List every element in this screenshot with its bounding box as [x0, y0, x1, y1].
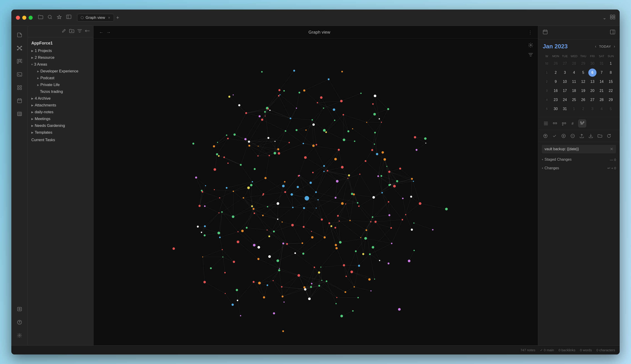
current-tasks-label[interactable]: Current Tasks — [28, 136, 93, 144]
cal-day[interactable]: 20 — [588, 87, 596, 95]
cal-day[interactable]: 27 — [588, 96, 596, 104]
sidebar-icon-calendar[interactable] — [14, 95, 25, 106]
tree-item-templates[interactable]: ▶ Templates — [28, 129, 93, 136]
tab-close-button[interactable]: ✕ — [108, 16, 110, 20]
graph-settings-icon[interactable] — [528, 42, 534, 49]
traffic-light-green[interactable] — [28, 16, 33, 20]
cal-day[interactable]: 30 — [552, 105, 560, 113]
calendar-icon[interactable] — [543, 30, 548, 36]
tree-item-attachments[interactable]: ▶ Attachments — [28, 102, 93, 109]
calendar-next-button[interactable]: › — [614, 44, 615, 49]
tree-item-needs-gardening[interactable]: ▶ Needs Gardening — [28, 122, 93, 129]
cal-day[interactable]: 31 — [561, 105, 569, 113]
cal-day[interactable]: 1 — [607, 60, 615, 68]
sidebar-icon-blocks[interactable] — [14, 82, 25, 93]
traffic-light-yellow[interactable] — [22, 16, 26, 20]
tree-item-archive[interactable]: ▶ 4 Archive — [28, 95, 93, 102]
tree-item-tezos[interactable]: Tezos trading — [28, 88, 93, 95]
graph-filter-icon[interactable] — [528, 52, 534, 59]
cal-day[interactable]: 14 — [598, 78, 606, 86]
cal-day[interactable]: 11 — [570, 78, 578, 86]
cal-day[interactable]: 2 — [579, 105, 587, 113]
cal-day[interactable]: 12 — [579, 78, 587, 86]
panel-tab-git[interactable] — [578, 119, 586, 128]
vault-root[interactable]: AppForce1 — [28, 39, 93, 48]
cal-day[interactable]: 26 — [579, 96, 587, 104]
calendar-prev-button[interactable]: ‹ — [595, 44, 596, 49]
layout-icon[interactable] — [610, 15, 615, 20]
cal-day[interactable]: 7 — [598, 68, 606, 77]
cal-day[interactable]: 5 — [607, 105, 615, 113]
toolbar-push-icon[interactable] — [542, 132, 549, 140]
cal-day[interactable]: 26 — [552, 60, 560, 68]
cal-day[interactable]: 4 — [598, 105, 606, 113]
cal-day[interactable]: 15 — [607, 78, 615, 86]
cal-day[interactable]: 16 — [552, 87, 560, 95]
cal-day[interactable]: 3 — [588, 105, 596, 113]
dropdown-icon[interactable]: ⌄ — [603, 15, 606, 20]
panel-tab-tags[interactable]: # — [569, 119, 577, 128]
cal-day[interactable]: 23 — [552, 96, 560, 104]
graph-network-canvas[interactable] — [94, 39, 538, 346]
sidebar-icon-graph[interactable] — [14, 43, 25, 54]
cal-day[interactable]: 18 — [570, 87, 578, 95]
cal-day[interactable]: 3 — [561, 68, 569, 77]
collapse-icon[interactable] — [85, 29, 90, 34]
panel-tab-links[interactable] — [551, 119, 559, 128]
tree-item-dev-exp[interactable]: ▶ Developer Experience — [28, 68, 93, 75]
tree-item-meetings[interactable]: ▶ Meetings — [28, 116, 93, 122]
panel-layout-icon[interactable] — [610, 30, 615, 36]
cal-day[interactable]: 28 — [598, 96, 606, 104]
graph-menu-button[interactable]: ⋮ — [528, 30, 532, 35]
toolbar-download-icon[interactable] — [587, 132, 594, 140]
cal-day[interactable]: 28 — [570, 60, 578, 68]
cal-day[interactable]: 13 — [588, 78, 596, 86]
new-folder-icon[interactable] — [69, 28, 74, 34]
toolbar-folder-icon[interactable] — [596, 132, 604, 140]
calendar-today-button[interactable]: TODAY — [599, 44, 611, 48]
tree-item-areas[interactable]: ▾ 3 Areas — [28, 61, 93, 68]
cal-day[interactable]: 17 — [561, 87, 569, 95]
cal-day[interactable]: 8 — [607, 68, 615, 77]
sort-icon[interactable] — [78, 29, 82, 34]
nav-back-button[interactable]: ← — [99, 30, 104, 35]
sidebar-icon-kanban[interactable] — [14, 56, 25, 67]
tree-item-resource[interactable]: ▶ 2 Resource — [28, 54, 93, 61]
panel-tab-list[interactable] — [542, 119, 550, 128]
cal-day[interactable]: 1 — [570, 105, 578, 113]
sidebar-icon-new-note[interactable] — [14, 30, 25, 40]
sidebar-toggle-icon[interactable] — [66, 15, 71, 21]
cal-day[interactable]: 9 — [552, 78, 560, 86]
cal-day[interactable]: 30 — [588, 60, 596, 68]
cal-day[interactable]: 4 — [570, 68, 578, 77]
cal-day[interactable]: 19 — [579, 87, 587, 95]
cal-day-today[interactable]: 6 — [588, 68, 596, 77]
sidebar-icon-vault[interactable] — [14, 304, 25, 314]
commit-clear-button[interactable]: ✕ — [610, 146, 613, 152]
graph-view-tab[interactable]: ⬡ Graph view ✕ — [77, 14, 114, 22]
traffic-light-red[interactable] — [16, 16, 20, 20]
tree-item-projects[interactable]: ▶ 1 Projects — [28, 48, 93, 54]
commit-message-input[interactable] — [544, 147, 608, 151]
graph-canvas[interactable] — [94, 39, 538, 346]
edit-icon[interactable] — [62, 28, 66, 34]
tab-add-button[interactable]: + — [116, 15, 119, 21]
cal-day[interactable]: 10 — [561, 78, 569, 86]
cal-day[interactable]: 31 — [598, 60, 606, 68]
cal-day[interactable]: 29 — [579, 60, 587, 68]
sidebar-icon-table[interactable] — [14, 108, 25, 119]
cal-day[interactable]: 25 — [570, 96, 578, 104]
panel-tab-backlinks[interactable] — [560, 119, 568, 128]
toolbar-remove-icon[interactable] — [569, 132, 576, 140]
cal-day[interactable]: 27 — [561, 60, 569, 68]
cal-day[interactable]: 22 — [607, 87, 615, 95]
cal-day[interactable]: 2 — [552, 68, 560, 77]
folder-icon[interactable] — [38, 15, 43, 21]
cal-day[interactable]: 21 — [598, 87, 606, 95]
cal-day[interactable]: 24 — [561, 96, 569, 104]
tree-item-daily-notes[interactable]: ▶ daily-notes — [28, 109, 93, 116]
staged-changes-header[interactable]: ▾ Staged Changes — 0 — [542, 156, 616, 163]
changes-header[interactable]: ▾ Changes ↩ + 0 — [542, 165, 616, 172]
star-icon[interactable] — [57, 15, 62, 21]
cal-day[interactable]: 5 — [579, 68, 587, 77]
